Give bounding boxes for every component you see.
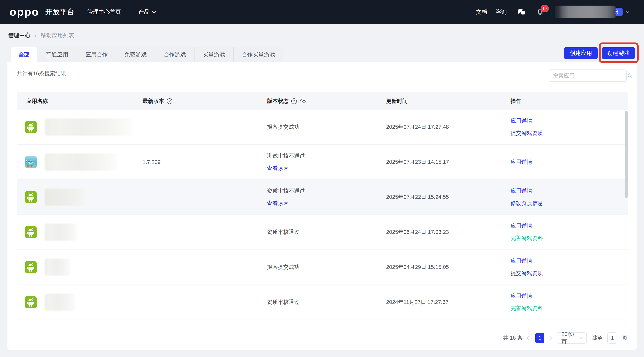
docs-link[interactable]: 文档 [476, 8, 487, 16]
status-cell: 资质审核通过 [267, 285, 300, 320]
action-link[interactable]: 应用详情 [510, 292, 543, 300]
consult-link[interactable]: 咨询 [496, 8, 507, 16]
chevron-down-icon [580, 336, 584, 339]
status-cell: 报备提交成功 [267, 110, 300, 144]
next-page-icon[interactable] [548, 336, 553, 340]
app-name-redacted [45, 118, 132, 136]
create-game-button[interactable]: 创建游戏 [602, 47, 635, 59]
status-cell: 测试审核不通过 查看原因 [267, 145, 305, 180]
tab-item-3[interactable]: 免费游戏 [116, 47, 155, 62]
page: oppo 开放平台 管理中心首页 产品 文档 咨询 [0, 0, 644, 357]
platform-title: 开放平台 [46, 7, 74, 16]
tab-item-6[interactable]: 合作买量游戏 [233, 47, 283, 62]
action-link[interactable]: 应用详情 [510, 222, 543, 230]
version-value: 1.7.209 [142, 145, 161, 180]
user-name-redacted[interactable] [555, 6, 616, 18]
result-count-text: 共计有16条搜索结果 [17, 70, 66, 77]
app-name-cell [24, 250, 71, 284]
breadcrumb-admin-center[interactable]: 管理中心 [8, 32, 30, 39]
col-label: 应用名称 [26, 98, 48, 105]
current-page-button[interactable]: 1 [535, 332, 544, 344]
app-name-redacted [45, 294, 76, 311]
chat-bubbles-icon[interactable] [300, 98, 306, 105]
action-link[interactable]: 完善游戏资料 [510, 305, 543, 312]
wechat-icon[interactable] [516, 7, 526, 17]
notification-count-badge: 17 [541, 5, 549, 12]
game-icon-detail [27, 165, 29, 167]
android-app-icon [24, 191, 37, 203]
tab-item-5[interactable]: 买量游戏 [194, 47, 233, 62]
action-link[interactable]: 提交游戏资质 [510, 130, 543, 137]
view-reason-link[interactable]: 查看原因 [267, 200, 305, 207]
action-link[interactable]: 应用详情 [510, 187, 543, 195]
table-row: 报备提交成功 2025年04月29日 15:15:05 应用详情提交游戏资质 [17, 250, 628, 285]
game-icon-text: ATTACK [26, 162, 36, 164]
update-time: 2025年07月23日 14:15:17 [386, 145, 449, 180]
table-body: 报备提交成功 2025年07月24日 17:27:48 应用详情提交游戏资质 B… [17, 110, 628, 320]
search-icon[interactable] [627, 72, 633, 79]
page-size-value: 20条/页 [562, 330, 580, 346]
update-time: 2025年07月22日 15:24:55 [386, 180, 449, 214]
col-latest-version: 最新版本 ? [142, 92, 172, 110]
app-name-redacted [45, 188, 85, 206]
create-app-button[interactable]: 创建应用 [564, 47, 598, 59]
top-nav: 管理中心首页 产品 [88, 0, 155, 24]
action-link[interactable]: 应用详情 [510, 257, 543, 265]
search-box [549, 70, 627, 82]
table-row: 资质审核通过 2025年06月24日 17:03:23 应用详情完善游戏资料 [17, 215, 628, 250]
tab-item-1[interactable]: 普通应用 [37, 47, 77, 62]
update-time: 2025年06月24日 17:03:23 [386, 215, 449, 250]
app-name-redacted [45, 258, 71, 276]
status-text: 报备提交成功 [267, 123, 300, 131]
col-label: 操作 [510, 98, 522, 105]
nav-admin-home[interactable]: 管理中心首页 [88, 8, 121, 16]
tabs: 全部普通应用应用合作免费游戏合作游戏买量游戏合作买量游戏 [10, 47, 283, 62]
game-icon-detail [31, 165, 32, 167]
action-link[interactable]: 修改资质信息 [510, 200, 543, 207]
app-name-cell [24, 110, 132, 144]
col-operations: 操作 [510, 92, 522, 110]
tab-item-0[interactable]: 全部 [10, 47, 37, 62]
game-app-icon: BOAT ATTACK [24, 156, 37, 168]
breadcrumb-mobile-app-list: 移动应用列表 [40, 32, 74, 39]
actions-cell: 应用详情提交游戏资质 [510, 250, 543, 284]
view-reason-link[interactable]: 查看原因 [267, 164, 305, 172]
col-update-time: 更新时间 [386, 92, 408, 110]
status-text: 资质审核通过 [267, 228, 300, 236]
action-link[interactable]: 应用详情 [510, 158, 532, 166]
app-name-redacted [45, 224, 77, 241]
nav-products[interactable]: 产品 [138, 8, 155, 16]
android-app-icon [24, 226, 37, 238]
prev-page-icon[interactable] [527, 336, 531, 340]
jump-unit: 页 [622, 334, 628, 342]
status-text: 资质审核不通过 [267, 187, 305, 195]
help-icon[interactable]: ? [167, 98, 172, 104]
action-link[interactable]: 完善游戏资料 [510, 234, 543, 242]
app-table: 应用名称 最新版本 ? 版本状态 ? 更新时间 操作 [17, 92, 628, 320]
page-size-select[interactable]: 20条/页 [557, 332, 587, 344]
chevron-down-icon [152, 10, 156, 13]
app-name-cell [24, 215, 77, 250]
tab-item-4[interactable]: 合作游戏 [155, 47, 194, 62]
col-version-status: 版本状态 ? [267, 92, 306, 110]
table-row: 报备提交成功 2025年07月24日 17:27:48 应用详情提交游戏资质 [17, 110, 628, 145]
search-input[interactable] [549, 70, 627, 82]
actions-cell: 应用详情 [510, 145, 532, 180]
pagination: 共 16 条 1 20条/页 跳至 页 [503, 332, 628, 344]
status-cell: 资质审核通过 [267, 215, 300, 250]
help-icon[interactable]: ? [291, 98, 297, 104]
app-name-redacted [45, 154, 118, 171]
top-right-cluster: 文档 咨询 17 管理员 [476, 0, 628, 24]
action-link[interactable]: 提交游戏资质 [510, 270, 543, 277]
chevron-down-icon[interactable] [626, 10, 629, 13]
table-row: 资质审核不通过 查看原因 2025年07月22日 15:24:55 应用详情修改… [17, 180, 628, 215]
app-name-cell: BOAT ATTACK [24, 145, 118, 180]
breadcrumb: 管理中心 › 移动应用列表 [8, 32, 74, 39]
action-link[interactable]: 应用详情 [510, 117, 543, 125]
jump-page-input[interactable] [607, 332, 617, 344]
app-name-cell [24, 180, 85, 214]
tab-item-2[interactable]: 应用合作 [77, 47, 116, 62]
notifications-bell[interactable]: 17 [536, 8, 544, 16]
content-card: 共计有16条搜索结果 应用名称 最新版本 ? 版本状态 ? [8, 62, 637, 350]
table-scrollbar-thumb[interactable] [625, 111, 628, 198]
